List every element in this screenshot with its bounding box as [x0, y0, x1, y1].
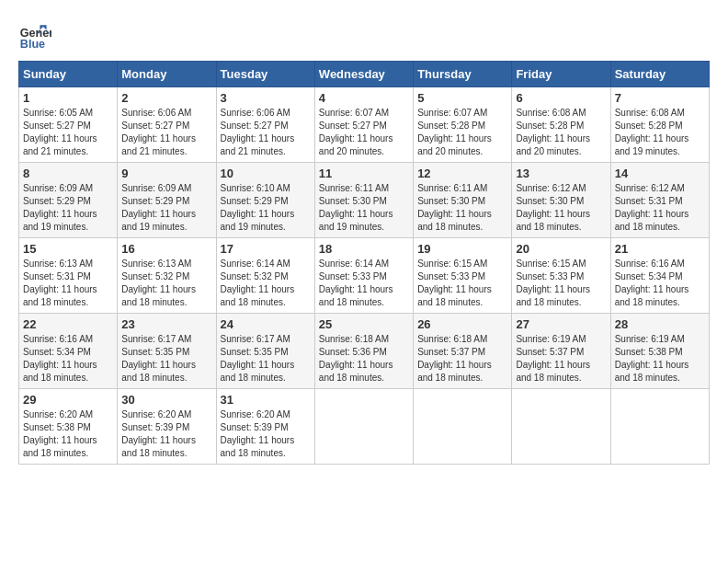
weekday-header-sunday: Sunday [19, 62, 118, 87]
day-number: 18 [319, 242, 409, 256]
sunset-label: Sunset: 5:37 PM [516, 347, 584, 357]
sunset-label: Sunset: 5:27 PM [319, 121, 387, 131]
sunrise-label: Sunrise: 6:19 AM [516, 334, 586, 344]
sunset-label: Sunset: 5:36 PM [319, 347, 387, 357]
day-number: 5 [417, 91, 507, 105]
daylight-label: Daylight: 11 hours and 18 minutes. [23, 284, 97, 307]
daylight-label: Daylight: 11 hours and 18 minutes. [615, 209, 689, 232]
daylight-label: Daylight: 11 hours and 20 minutes. [516, 133, 590, 156]
sunset-label: Sunset: 5:30 PM [417, 196, 485, 206]
calendar-table: SundayMondayTuesdayWednesdayThursdayFrid… [18, 61, 710, 465]
sunrise-label: Sunrise: 6:13 AM [23, 259, 93, 269]
weekday-header-friday: Friday [512, 62, 610, 87]
day-number: 13 [516, 167, 606, 180]
daylight-label: Daylight: 11 hours and 18 minutes. [23, 435, 97, 458]
calendar-cell: 8 Sunrise: 6:09 AM Sunset: 5:29 PM Dayli… [19, 163, 118, 238]
calendar-cell: 26 Sunrise: 6:18 AM Sunset: 5:37 PM Dayl… [414, 314, 512, 389]
calendar-cell: 3 Sunrise: 6:06 AM Sunset: 5:27 PM Dayli… [216, 87, 314, 163]
day-info: Sunrise: 6:06 AM Sunset: 5:27 PM Dayligh… [121, 107, 211, 158]
daylight-label: Daylight: 11 hours and 21 minutes. [23, 133, 97, 156]
sunrise-label: Sunrise: 6:19 AM [615, 334, 685, 344]
sunset-label: Sunset: 5:32 PM [121, 271, 189, 282]
sunset-label: Sunset: 5:30 PM [516, 196, 584, 206]
calendar-cell: 28 Sunrise: 6:19 AM Sunset: 5:38 PM Dayl… [610, 314, 709, 389]
sunrise-label: Sunrise: 6:18 AM [417, 334, 487, 344]
sunrise-label: Sunrise: 6:14 AM [221, 259, 290, 269]
sunset-label: Sunset: 5:34 PM [23, 347, 91, 357]
day-info: Sunrise: 6:15 AM Sunset: 5:33 PM Dayligh… [417, 258, 507, 309]
daylight-label: Daylight: 11 hours and 18 minutes. [417, 209, 492, 232]
daylight-label: Daylight: 11 hours and 18 minutes. [516, 209, 590, 232]
sunrise-label: Sunrise: 6:18 AM [319, 334, 389, 344]
day-info: Sunrise: 6:11 AM Sunset: 5:30 PM Dayligh… [417, 182, 507, 234]
day-info: Sunrise: 6:08 AM Sunset: 5:28 PM Dayligh… [615, 107, 705, 158]
day-info: Sunrise: 6:10 AM Sunset: 5:29 PM Dayligh… [221, 182, 311, 234]
calendar-cell: 1 Sunrise: 6:05 AM Sunset: 5:27 PM Dayli… [19, 87, 118, 163]
weekday-header-saturday: Saturday [610, 62, 709, 87]
day-info: Sunrise: 6:20 AM Sunset: 5:39 PM Dayligh… [121, 408, 211, 460]
logo-icon: General Blue [18, 18, 51, 52]
sunrise-label: Sunrise: 6:11 AM [417, 183, 487, 193]
sunrise-label: Sunrise: 6:17 AM [121, 334, 191, 344]
calendar-week-row: 1 Sunrise: 6:05 AM Sunset: 5:27 PM Dayli… [19, 87, 710, 163]
day-number: 3 [221, 91, 311, 105]
sunset-label: Sunset: 5:33 PM [417, 271, 485, 282]
day-info: Sunrise: 6:11 AM Sunset: 5:30 PM Dayligh… [319, 182, 409, 234]
sunrise-label: Sunrise: 6:08 AM [615, 108, 685, 118]
day-info: Sunrise: 6:14 AM Sunset: 5:32 PM Dayligh… [221, 258, 311, 309]
daylight-label: Daylight: 11 hours and 18 minutes. [516, 284, 590, 307]
sunrise-label: Sunrise: 6:08 AM [516, 108, 586, 118]
calendar-body: 1 Sunrise: 6:05 AM Sunset: 5:27 PM Dayli… [19, 87, 710, 465]
daylight-label: Daylight: 11 hours and 20 minutes. [417, 133, 492, 156]
day-info: Sunrise: 6:16 AM Sunset: 5:34 PM Dayligh… [23, 333, 113, 385]
day-info: Sunrise: 6:20 AM Sunset: 5:38 PM Dayligh… [23, 408, 113, 460]
sunrise-label: Sunrise: 6:14 AM [319, 259, 389, 269]
calendar-cell: 17 Sunrise: 6:14 AM Sunset: 5:32 PM Dayl… [216, 238, 314, 314]
day-info: Sunrise: 6:20 AM Sunset: 5:39 PM Dayligh… [221, 408, 311, 460]
day-info: Sunrise: 6:07 AM Sunset: 5:27 PM Dayligh… [319, 107, 409, 158]
page-header: General Blue [18, 18, 710, 52]
day-info: Sunrise: 6:12 AM Sunset: 5:30 PM Dayligh… [516, 182, 606, 234]
sunset-label: Sunset: 5:29 PM [221, 196, 289, 206]
calendar-cell: 4 Sunrise: 6:07 AM Sunset: 5:27 PM Dayli… [314, 87, 413, 163]
day-info: Sunrise: 6:07 AM Sunset: 5:28 PM Dayligh… [417, 107, 507, 158]
sunset-label: Sunset: 5:38 PM [615, 347, 683, 357]
day-number: 10 [221, 167, 311, 180]
calendar-cell: 21 Sunrise: 6:16 AM Sunset: 5:34 PM Dayl… [610, 238, 709, 314]
day-info: Sunrise: 6:16 AM Sunset: 5:34 PM Dayligh… [615, 258, 705, 309]
day-number: 8 [23, 167, 113, 180]
calendar-cell: 22 Sunrise: 6:16 AM Sunset: 5:34 PM Dayl… [19, 314, 118, 389]
day-info: Sunrise: 6:05 AM Sunset: 5:27 PM Dayligh… [23, 107, 113, 158]
day-number: 19 [417, 242, 507, 256]
sunset-label: Sunset: 5:38 PM [23, 422, 91, 432]
sunset-label: Sunset: 5:35 PM [221, 347, 289, 357]
sunrise-label: Sunrise: 6:17 AM [221, 334, 290, 344]
day-number: 24 [221, 317, 311, 331]
day-number: 21 [615, 242, 705, 256]
day-number: 28 [615, 317, 705, 331]
sunset-label: Sunset: 5:31 PM [23, 271, 91, 282]
day-info: Sunrise: 6:08 AM Sunset: 5:28 PM Dayligh… [516, 107, 606, 158]
calendar-cell: 15 Sunrise: 6:13 AM Sunset: 5:31 PM Dayl… [19, 238, 118, 314]
calendar-cell: 19 Sunrise: 6:15 AM Sunset: 5:33 PM Dayl… [414, 238, 512, 314]
day-number: 2 [121, 91, 211, 105]
sunrise-label: Sunrise: 6:16 AM [615, 259, 685, 269]
day-info: Sunrise: 6:18 AM Sunset: 5:37 PM Dayligh… [417, 333, 507, 385]
sunset-label: Sunset: 5:29 PM [23, 196, 91, 206]
day-info: Sunrise: 6:09 AM Sunset: 5:29 PM Dayligh… [23, 182, 113, 234]
sunset-label: Sunset: 5:30 PM [319, 196, 387, 206]
day-number: 20 [516, 242, 606, 256]
day-number: 6 [516, 91, 606, 105]
calendar-cell: 30 Sunrise: 6:20 AM Sunset: 5:39 PM Dayl… [118, 389, 216, 465]
weekday-header-thursday: Thursday [414, 62, 512, 87]
calendar-cell: 16 Sunrise: 6:13 AM Sunset: 5:32 PM Dayl… [118, 238, 216, 314]
daylight-label: Daylight: 11 hours and 20 minutes. [319, 133, 393, 156]
calendar-cell: 7 Sunrise: 6:08 AM Sunset: 5:28 PM Dayli… [610, 87, 709, 163]
day-info: Sunrise: 6:19 AM Sunset: 5:38 PM Dayligh… [615, 333, 705, 385]
sunrise-label: Sunrise: 6:07 AM [417, 108, 487, 118]
sunset-label: Sunset: 5:31 PM [615, 196, 683, 206]
calendar-cell: 23 Sunrise: 6:17 AM Sunset: 5:35 PM Dayl… [118, 314, 216, 389]
day-info: Sunrise: 6:12 AM Sunset: 5:31 PM Dayligh… [615, 182, 705, 234]
daylight-label: Daylight: 11 hours and 18 minutes. [221, 284, 295, 307]
calendar-cell [414, 389, 512, 465]
